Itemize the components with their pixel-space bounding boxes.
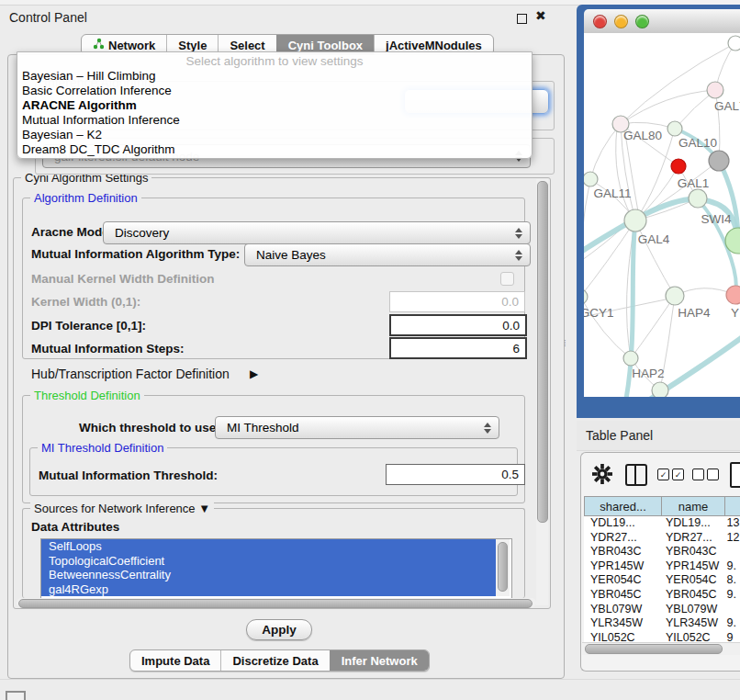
attribute-item-topologicalcoefficient[interactable]: TopologicalCoefficient [41, 554, 504, 569]
expand-arrow-icon[interactable]: ▶ [250, 367, 258, 380]
table-cell: 9. [721, 616, 740, 631]
node-label: HAP2 [632, 367, 664, 380]
splitter-handle-icon[interactable]: ⁞ [564, 339, 566, 348]
mac-close-button[interactable] [593, 15, 607, 28]
tab-discretize-data[interactable]: Discretize Data [220, 650, 329, 671]
close-panel-icon[interactable]: ✖ [535, 8, 546, 23]
node-label: HAP4 [678, 306, 711, 320]
table-cell: YBR045C [659, 588, 721, 603]
table-cell: YLR345W [584, 616, 659, 631]
attribute-item-gal4rgexp[interactable]: gal4RGexp [41, 582, 504, 597]
which-threshold-combo[interactable]: MI Threshold [215, 416, 499, 439]
column-header-name[interactable]: name [662, 496, 725, 516]
mi-type-value: Naive Bayes [256, 248, 326, 262]
mi-steps-field[interactable]: 6 [389, 337, 527, 359]
network-graph[interactable]: GAL7GAL80GAL10GAL1GAL11SWI4GAL4GCY1HAP4Y… [584, 33, 740, 397]
dpi-tolerance-field[interactable]: 0.0 [389, 314, 527, 336]
table-row[interactable]: YIL052CYIL052C9 [584, 631, 740, 642]
table-header-row: shared...name [584, 496, 740, 516]
settings-scrollbar-thumb[interactable] [537, 181, 548, 523]
network-node-hap2[interactable] [623, 351, 638, 366]
attribute-item-selfloops[interactable]: SelfLoops [41, 539, 504, 554]
mi-type-combo[interactable]: Naive Bayes [244, 243, 531, 266]
network-node-gal7[interactable] [707, 82, 723, 98]
attribute-item-betweennesscentrality[interactable]: BetweennessCentrality [41, 568, 504, 582]
node-label: GAL4 [638, 232, 670, 246]
table-cell: YPR145W [659, 559, 721, 574]
mi-threshold-field[interactable]: 0.5 [386, 464, 525, 485]
network-node-gcy1[interactable] [584, 289, 588, 304]
node-label: GAL1 [678, 176, 710, 190]
network-node[interactable] [728, 36, 740, 51]
new-table-icon[interactable] [730, 462, 740, 488]
network-node-gal4[interactable] [624, 209, 646, 231]
table-hscrollbar-thumb[interactable] [585, 644, 723, 654]
table-row[interactable]: YPR145WYPR145W9. [584, 559, 740, 574]
mi-steps-label: Mutual Information Steps: [31, 342, 185, 356]
column-header-shared[interactable]: shared... [584, 496, 662, 516]
table-row[interactable]: YBR045CYBR045C9. [584, 588, 740, 603]
mac-zoom-button[interactable] [635, 15, 649, 28]
dropdown-item-bayesian-k2[interactable]: Bayesian – K2 [17, 128, 532, 142]
combo-stepper-icon [484, 423, 491, 434]
table-body: YDL19...YDL19...13YDR27...YDR27...12YBR0… [584, 516, 740, 642]
network-node-gal10[interactable] [667, 121, 682, 136]
aracne-mode-value: Discovery [115, 226, 169, 240]
kernel-width-field[interactable]: 0.0 [389, 291, 525, 312]
network-node-swi4[interactable] [689, 189, 707, 208]
table-row[interactable]: YBR043CYBR043C [584, 545, 740, 559]
table-row[interactable]: YDL19...YDL19...13 [584, 516, 740, 531]
tab-label: Cyni Toolbox [288, 39, 363, 52]
table-row[interactable]: YLR345WYLR345W9. [584, 616, 740, 631]
network-node[interactable] [652, 382, 668, 397]
network-node[interactable] [709, 151, 729, 171]
network-node-gal1[interactable] [671, 159, 686, 174]
float-panel-icon[interactable] [517, 14, 527, 24]
settings-gear-icon[interactable] [592, 464, 612, 484]
network-canvas[interactable]: GAL7GAL80GAL10GAL1GAL11SWI4GAL4GCY1HAP4Y… [584, 33, 740, 397]
collapse-arrow-icon[interactable]: ▼ [198, 502, 210, 515]
tab-impute-data[interactable]: Impute Data [130, 650, 220, 671]
table-cell: YIL052C [659, 631, 721, 642]
node-label: Y [731, 306, 739, 320]
network-node-y[interactable] [726, 286, 740, 304]
split-columns-icon[interactable] [625, 464, 647, 486]
manual-kernel-checkbox[interactable] [500, 272, 514, 286]
combo-stepper-icon [515, 250, 522, 261]
table-cell: YDR27... [659, 531, 721, 546]
table-cell: YIL052C [584, 631, 659, 642]
tab-label: Infer Network [342, 654, 418, 668]
dropdown-item-mutual-information-inference[interactable]: Mutual Information Inference [17, 113, 532, 128]
node-label: SWI4 [701, 212, 731, 226]
table-cell: YPR145W [584, 559, 659, 574]
table-cell: 9 [721, 631, 740, 642]
dropdown-item-dream8-dc-tdc-algorithm[interactable]: Dream8 DC_TDC Algorithm [17, 142, 532, 157]
minimized-widget [6, 691, 26, 700]
dropdown-item-basic-correlation-inference[interactable]: Basic Correlation Inference [17, 84, 532, 98]
tab-infer-network[interactable]: Infer Network [330, 650, 429, 671]
network-node-hap4[interactable] [666, 287, 684, 305]
dropdown-item-aracne-algorithm[interactable]: ARACNE Algorithm [17, 98, 532, 113]
column-header-extra[interactable] [725, 496, 740, 516]
dpi-tolerance-label: DPI Tolerance [0,1]: [31, 319, 146, 333]
network-edge [621, 90, 715, 124]
select-all-checkboxes-icon[interactable]: ✓✓ [657, 469, 684, 480]
apply-button[interactable]: Apply [246, 619, 312, 640]
which-threshold-value: MI Threshold [227, 421, 299, 435]
table-cell: YBR043C [584, 545, 659, 559]
deselect-checkboxes-icon[interactable] [692, 469, 719, 480]
dropdown-item-bayesian-hill-climbing[interactable]: Bayesian – Hill Climbing [17, 69, 532, 84]
settings-hscrollbar-thumb[interactable] [18, 599, 533, 608]
table-row[interactable]: YDR27...YDR27...12 [584, 531, 740, 546]
table-row[interactable]: YER054CYER054C8. [584, 573, 740, 588]
table-cell: 13 [721, 516, 740, 531]
data-attributes-label: Data Attributes [31, 520, 119, 534]
attributes-scrollbar-thumb[interactable] [498, 542, 508, 592]
network-window-titlebar[interactable] [584, 9, 740, 34]
mi-threshold-value: 0.5 [501, 468, 519, 481]
network-node-gal11[interactable] [584, 172, 598, 186]
table-row[interactable]: YBL079WYBL079W [584, 603, 740, 617]
node-label: GAL80 [623, 129, 662, 142]
mac-minimize-button[interactable] [614, 15, 628, 28]
aracne-mode-combo[interactable]: Discovery [103, 221, 531, 244]
